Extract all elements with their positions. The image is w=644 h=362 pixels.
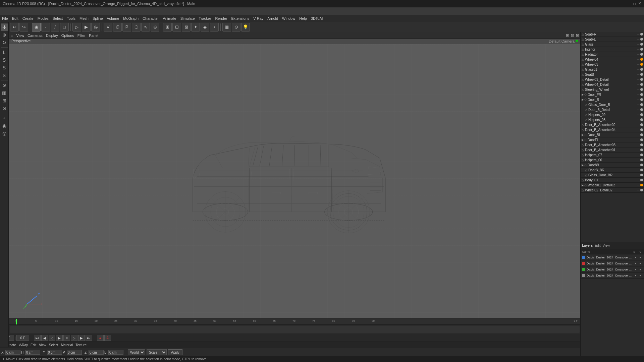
object-item[interactable]: △Radiator··· xyxy=(581,52,644,57)
tool-render2-icon[interactable]: ▶ xyxy=(82,23,91,32)
menu-item-edit[interactable]: Edit xyxy=(12,16,18,20)
tool-11[interactable]: ⊠ xyxy=(1,105,8,112)
layer-tab-view[interactable]: View xyxy=(602,244,610,247)
goto-start-btn[interactable]: ⏮ xyxy=(34,335,41,341)
menu-item-file[interactable]: File xyxy=(2,16,8,20)
tool-12[interactable]: + xyxy=(1,114,8,122)
layer-item[interactable]: Dacia_Duster_2024_Crossover_Orange_Rigge… xyxy=(581,254,644,260)
object-item[interactable]: △Wheel03··· xyxy=(581,62,644,67)
close-btn[interactable]: ✕ xyxy=(638,1,641,6)
prev-keyframe-btn[interactable]: ◁ xyxy=(49,335,55,341)
plugin-1[interactable]: V xyxy=(104,23,112,32)
bm-vray[interactable]: V-Ray xyxy=(19,343,28,347)
tool-10[interactable]: ⊞ xyxy=(1,97,8,104)
tool-6[interactable]: S xyxy=(1,64,8,71)
bm-view[interactable]: View xyxy=(39,343,46,347)
record-btn[interactable]: ● xyxy=(97,335,104,341)
plugin-5[interactable]: ∿ xyxy=(141,23,150,32)
object-item[interactable]: △Wheel03_Detail··· xyxy=(581,77,644,82)
auto-key-btn[interactable]: A xyxy=(104,335,111,341)
scale-select[interactable]: Scale xyxy=(147,349,167,355)
snap-3[interactable]: ⊠ xyxy=(182,23,191,32)
play-btn[interactable]: ▶ xyxy=(56,335,63,341)
h-input[interactable] xyxy=(25,350,40,355)
next-keyframe-btn[interactable]: ▷ xyxy=(71,335,77,341)
view-3[interactable]: 💡 xyxy=(241,23,250,32)
snap-5[interactable]: ◈ xyxy=(201,23,209,32)
object-item[interactable]: ▶◇Wheel01_Detail02··· xyxy=(581,183,644,188)
x-input[interactable] xyxy=(5,350,20,355)
tool-cam-icon[interactable]: ◎ xyxy=(91,23,100,32)
object-item[interactable]: △DoorB_BR··· xyxy=(581,168,644,173)
menu-item-mesh[interactable]: Mesh xyxy=(79,16,89,20)
menu-item-render[interactable]: Render xyxy=(215,16,227,20)
object-item[interactable]: △Steering_Wheel··· xyxy=(581,87,644,92)
menu-item-help[interactable]: Help xyxy=(299,16,307,20)
vp-menu-view[interactable]: View xyxy=(16,34,24,38)
menu-item-spline[interactable]: Spline xyxy=(93,16,103,20)
tool-move[interactable]: ✛ xyxy=(1,23,8,31)
vp-menu-panel[interactable]: Panel xyxy=(89,34,98,38)
layer-item[interactable]: Dacia_Duster_2024_Crossover_Orange_Rigge… xyxy=(581,266,644,273)
tool-4[interactable]: L xyxy=(1,49,8,56)
snap-2[interactable]: ⊡ xyxy=(172,23,181,32)
menu-item-select[interactable]: Select xyxy=(53,16,63,20)
snap-4[interactable]: ✦ xyxy=(191,23,200,32)
object-item[interactable]: △Body001··· xyxy=(581,178,644,183)
mode-polys[interactable]: □ xyxy=(60,23,69,32)
object-item[interactable]: ▶◇Door8B··· xyxy=(581,163,644,168)
timeline-track[interactable] xyxy=(9,325,581,334)
bm-material[interactable]: Material xyxy=(61,343,73,347)
menu-item-window[interactable]: Window xyxy=(282,16,295,20)
timeline-playhead[interactable] xyxy=(16,319,17,324)
z-input[interactable] xyxy=(89,350,104,355)
layer-item[interactable]: Dacia_Duster_2024_Crossover_Orange_Rigge… xyxy=(581,273,644,279)
menu-item-tools[interactable]: Tools xyxy=(67,16,75,20)
object-item[interactable]: △Wheel04_Detail··· xyxy=(581,82,644,87)
object-item[interactable]: △Glass01··· xyxy=(581,67,644,72)
redo-btn[interactable]: ↪ xyxy=(19,23,28,32)
frame-current-input[interactable] xyxy=(16,335,29,341)
vp-menu-options[interactable]: Options xyxy=(61,34,74,38)
apply-btn[interactable]: Apply xyxy=(168,349,182,355)
object-item[interactable]: △Interior··· xyxy=(581,47,644,52)
object-item[interactable]: △Glass_Door_B··· xyxy=(581,102,644,107)
object-item[interactable]: △Wheel02_Detail02··· xyxy=(581,188,644,193)
object-item[interactable]: △SeatFR··· xyxy=(581,32,644,37)
object-item[interactable]: △Helpers_09··· xyxy=(581,112,644,117)
menu-item-v-ray[interactable]: V-Ray xyxy=(253,16,263,20)
vp-menu-filter[interactable]: Filter xyxy=(77,34,86,38)
vp-menu-display[interactable]: Display xyxy=(46,34,58,38)
tool-rotate[interactable]: ↻ xyxy=(1,39,8,46)
bm-select[interactable]: Select xyxy=(49,343,58,347)
object-item[interactable]: ▶◇DoorFL··· xyxy=(581,137,644,142)
snap-1[interactable]: ⊞ xyxy=(163,23,172,32)
bm-texture[interactable]: Texture xyxy=(75,343,87,347)
next-frame-btn[interactable]: ▶ xyxy=(78,335,85,341)
undo-btn[interactable]: ↩ xyxy=(10,23,19,32)
mode-edges[interactable]: / xyxy=(51,23,59,32)
layer-item[interactable]: Dacia_Duster_2024_Crossover_Orange_Rigge… xyxy=(581,260,644,266)
menu-item-simulate[interactable]: Simulate xyxy=(180,16,195,20)
menu-item-3dtoal[interactable]: 3DToAl xyxy=(311,16,323,20)
object-item[interactable]: △Wheel04··· xyxy=(581,57,644,62)
world-select[interactable]: World xyxy=(128,349,145,355)
tool-render-icon[interactable]: ▷ xyxy=(72,23,81,32)
object-item[interactable]: △Door_B_Absorber02··· xyxy=(581,122,644,127)
object-item[interactable]: △Door_B_Absorber03··· xyxy=(581,142,644,147)
menu-item-animate[interactable]: Animate xyxy=(163,16,176,20)
tool-7[interactable]: S xyxy=(1,72,8,79)
plugin-6[interactable]: ⊕ xyxy=(151,23,159,32)
tool-8[interactable]: ⊗ xyxy=(1,81,8,89)
view-2[interactable]: ⊙ xyxy=(232,23,240,32)
object-item[interactable]: △Glass_Door_BR··· xyxy=(581,173,644,178)
menu-item-arnold[interactable]: Arnold xyxy=(267,16,278,20)
tool-9[interactable]: ▦ xyxy=(1,89,8,97)
tool-5[interactable]: S xyxy=(1,56,8,64)
object-item[interactable]: △Helpers_06··· xyxy=(581,158,644,163)
timeline-ruler[interactable]: 0510152025303540455055606570758085900 F xyxy=(9,319,581,325)
snap-6[interactable]: ▪ xyxy=(210,23,219,32)
timeline-keyframe-area[interactable] xyxy=(10,326,580,333)
object-item[interactable]: ▶◇Door_FR··· xyxy=(581,92,644,97)
vp-menu-cameras[interactable]: Cameras xyxy=(28,34,43,38)
